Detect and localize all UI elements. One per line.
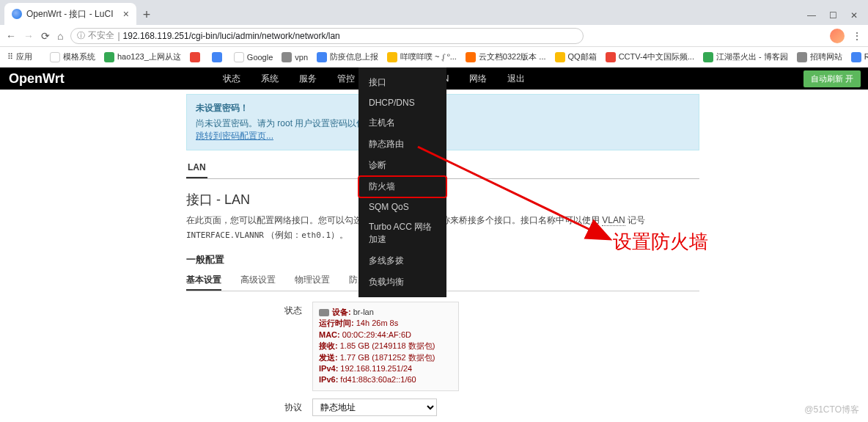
home-icon[interactable]: ⌂ [57,30,63,42]
browser-tab[interactable]: OpenWrt - 接口 - LuCI × [4,3,136,25]
profile-avatar-icon[interactable] [830,29,845,43]
bookmark-item[interactable]: Google [234,52,273,62]
bookmark-icon [104,52,114,62]
url-text: 192.168.119.251/cgi-bin/luci/admin/netwo… [123,31,340,41]
reload-icon[interactable]: ⟳ [41,30,50,42]
status-label: 状态 [186,302,312,391]
watermark: @51CTO博客 [804,404,859,416]
bookmark-icon [387,52,397,62]
bookmark-icon [797,52,807,62]
bookmark-item[interactable]: 招聘网站 [797,51,842,62]
bookmark-icon [317,52,327,62]
dropdown-item-接口[interactable]: 接口 [358,72,446,93]
dropdown-item-静态路由[interactable]: 静态路由 [358,134,446,155]
bookmark-item[interactable]: 模格系统 [50,51,95,62]
dropdown-item-诊断[interactable]: 诊断 [358,155,446,176]
bookmark-item[interactable]: CCTV-4中文国际频... [606,51,694,62]
config-tab-物理设置[interactable]: 物理设置 [295,271,330,291]
bookmark-item[interactable]: 咩噗咩噗 ~ ᶘ ᵒ... [387,51,457,62]
network-dropdown: 接口DHCP/DNS主机名静态路由诊断防火墙SQM QoSTurbo ACC 网… [358,68,446,297]
bookmark-item[interactable]: hao123_上网从这 [104,51,181,62]
bookmark-item[interactable]: R7000 - 网络地图 [851,51,868,62]
bookmark-item[interactable]: 江湖墨火出 - 博客园 [703,51,788,62]
back-icon[interactable]: ← [6,30,16,42]
status-box: 设备: br-lan 运行时间: 14h 26m 8s MAC: 00:0C:2… [312,302,459,391]
bookmark-item[interactable] [212,52,225,62]
dropdown-item-防火墙[interactable]: 防火墙 [358,176,446,197]
dropdown-item-主机名[interactable]: 主机名 [358,112,446,134]
bookmark-icon [851,52,861,62]
insecure-label: 不安全 [88,29,114,42]
bookmark-icon [606,52,616,62]
bookmark-icon [212,52,222,62]
protocol-label: 协议 [186,399,312,416]
dropdown-item-多线多拨[interactable]: 多线多拨 [358,250,446,272]
bookmark-item[interactable]: 防疫信息上报 [317,51,378,62]
window-controls: — ☐ ✕ [807,10,868,25]
new-tab-button[interactable]: + [136,4,157,25]
bookmark-item[interactable] [190,52,203,62]
auto-refresh-button[interactable]: 自动刷新 开 [803,70,861,87]
bookmark-item[interactable]: 云文档0322版本 ... [466,51,546,62]
config-tab-高级设置[interactable]: 高级设置 [240,271,276,291]
nav-item-退出[interactable]: 退出 [497,68,535,90]
bookmark-icon [703,52,713,62]
bookmark-item[interactable]: QQ邮箱 [555,51,597,62]
dropdown-item-Turbo ACC 网络加速[interactable]: Turbo ACC 网络加速 [358,217,446,250]
bookmark-icon [50,52,60,62]
kebab-icon[interactable]: ⋮ [852,30,862,42]
bookmarks-bar: ⠿ 应用 模格系统hao123_上网从这Googlevpn防疫信息上报咩噗咩噗 … [0,47,868,68]
annotation-text: 设置防火墙 [613,229,708,255]
nav-item-系统[interactable]: 系统 [251,68,289,90]
dropdown-item-SQM QoS[interactable]: SQM QoS [358,197,446,217]
bookmark-icon [466,52,476,62]
config-tab-基本设置[interactable]: 基本设置 [186,271,221,291]
tab-strip: OpenWrt - 接口 - LuCI × + — ☐ ✕ [0,0,868,25]
favicon-icon [12,9,22,19]
forward-icon[interactable]: → [23,30,34,42]
dropdown-item-DHCP/DNS[interactable]: DHCP/DNS [358,93,446,112]
bookmark-icon [282,52,292,62]
device-icon [319,309,329,316]
alert-link[interactable]: 跳转到密码配置页... [196,131,273,141]
protocol-select[interactable]: 静态地址 [312,399,437,416]
nav-item-服务[interactable]: 服务 [289,68,327,90]
vlan-abbr: VLAN [602,215,625,226]
minimize-icon[interactable]: — [807,10,816,21]
close-window-icon[interactable]: ✕ [850,10,858,21]
interface-tab-lan[interactable]: LAN [186,158,207,178]
close-icon[interactable]: × [123,8,129,20]
dropdown-item-负载均衡[interactable]: 负载均衡 [358,272,446,293]
tab-title: OpenWrt - 接口 - LuCI [26,8,113,21]
brand-logo: OpenWrt [0,71,73,87]
bookmark-icon [555,52,565,62]
bookmark-icon [190,52,200,62]
url-box[interactable]: ⓘ 不安全 | 192.168.119.251/cgi-bin/luci/adm… [70,28,584,44]
nav-item-状态[interactable]: 状态 [213,68,251,90]
apps-button[interactable]: ⠿ 应用 [7,51,32,62]
bookmark-icon [234,52,244,62]
bookmark-item[interactable]: vpn [282,52,308,62]
address-bar: ← → ⟳ ⌂ ⓘ 不安全 | 192.168.119.251/cgi-bin/… [0,25,868,47]
maximize-icon[interactable]: ☐ [829,10,837,21]
info-icon: ⓘ [77,30,85,41]
nav-item-网络[interactable]: 网络 [459,68,497,90]
